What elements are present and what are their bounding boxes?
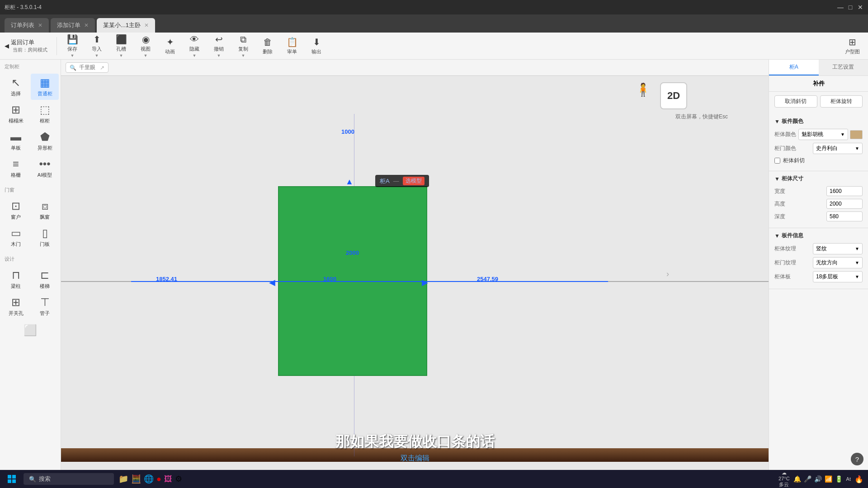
tab-orders[interactable]: 订单列表 ✕ [5,18,49,33]
sidebar-item-extra[interactable]: ⬜ [0,321,61,339]
board-select[interactable]: 18多层板 ▼ [813,271,863,282]
2d-view-button[interactable]: 2D [660,82,687,109]
battery-icon[interactable]: 🔋 [835,475,843,483]
volume-icon[interactable]: 🔊 [814,475,822,483]
copy-button[interactable]: ⧉ 复制 ▼ [232,33,254,60]
dim-right-label: 2547.59 [477,276,498,282]
taskbar-photo-icon[interactable]: 🖼 [164,474,172,484]
cabinet-color-select[interactable]: 魅影胡桃 ▼ [798,129,848,140]
person-icon[interactable]: 🧍 [635,82,651,97]
sidebar-item-normal-cabinet[interactable]: ▦ 普通柜 [31,74,59,100]
anim-button[interactable]: ✦ 动画 [159,35,181,57]
review-button[interactable]: 📋 审单 [281,35,303,57]
maximize-button[interactable]: □ [847,4,854,10]
taskbar-calc-icon[interactable]: 🧮 [131,474,141,484]
cancel-cut-button[interactable]: 取消斜切 [774,95,817,108]
search-label: 千里眼 [79,64,95,71]
width-input[interactable] [826,186,863,196]
windowdoor-icon: ⊡ [11,200,20,212]
tab-room[interactable]: 某某小...1主卧 ✕ [97,18,155,33]
sidebar-item-grid[interactable]: ≡ 格栅 [2,155,30,181]
sidebar-item-ai-model[interactable]: ••• AI模型 [31,155,59,181]
view-button[interactable]: ◉ 视图 ▼ [135,32,156,60]
help-icon[interactable]: ? [851,453,863,465]
floorplan-button[interactable]: ⊞ 户型图 [841,35,863,57]
delete-button[interactable]: 🗑 删除 [257,35,278,57]
taskbar-app-icon[interactable]: ⚙ [175,474,182,484]
depth-input[interactable] [826,211,863,221]
review-icon: 📋 [287,37,298,47]
arrow-up-handle[interactable]: ▲ [345,177,354,187]
door-chevron-icon: ▼ [855,146,859,151]
door-texture-select[interactable]: 无纹方向 ▼ [813,257,863,268]
taskbar-explorer-icon[interactable]: 📁 [118,474,128,484]
dim-left-label: 1852.41 [156,276,177,282]
save-button[interactable]: 💾 保存 ▼ [61,32,83,60]
sidebar-ai-model-label: AI模型 [38,172,52,178]
sidebar-item-frame[interactable]: ⬚ 框柜 [31,101,59,127]
sidebar-item-hole-open[interactable]: ⊞ 开关孔 [2,293,30,319]
minimize-button[interactable]: — [837,4,844,10]
tab-craft-settings[interactable]: 工艺设置 [819,60,868,75]
sidebar-item-odd-cabinet[interactable]: ⬟ 异形柜 [31,128,59,154]
right-dim-line [427,281,608,282]
copy-arrow-icon: ▼ [241,53,245,58]
cabinet-color-swatch[interactable] [850,130,863,139]
board-chevron-icon: ▼ [855,274,859,279]
close-button[interactable]: ✕ [857,4,863,10]
cabinet-icon: ▦ [40,76,50,89]
sidebar-item-stairs[interactable]: ⊏ 楼梯 [31,266,59,292]
sidebar-item-tatami[interactable]: ⊞ 榻榻米 [2,101,30,127]
undo-button[interactable]: ↩ 撤销 ▼ [208,32,230,60]
canvas-area[interactable]: 🔍 千里眼 ↗ 🧍 2D 双击屏幕，快捷键Esc 1000 柜A — [61,60,769,488]
taskbar-red-icon[interactable]: ● [156,474,161,484]
door-color-select[interactable]: 史丹利白 ▼ [813,143,863,154]
start-button[interactable] [5,472,19,486]
tab-room-close[interactable]: ✕ [144,22,149,28]
slope-checkbox-row[interactable]: 柜体斜切 [774,157,805,164]
board-label: 柜体板 [774,273,791,281]
width-label: 宽度 [774,188,785,195]
weather-widget: ☁ 27°C 多云 [778,470,790,488]
weather-icon: ☁ [778,470,790,476]
door-texture-value: 无纹方向 [816,259,838,267]
sidebar-item-single-board[interactable]: ▬ 单板 [2,128,30,154]
sidebar-single-board-label: 单板 [11,145,21,151]
rotate-button[interactable]: 柜体旋转 [820,95,863,108]
size-section: ▼ 柜体尺寸 宽度 高度 深度 [769,171,868,228]
sidebar-design-label: 设计 [0,252,61,264]
slope-checkbox[interactable] [774,158,780,164]
height-input[interactable] [826,199,863,209]
sidebar-item-sliding-door[interactable]: ⧈ 飘窗 [31,197,59,223]
tab-add-order[interactable]: 添加订单 ✕ [51,18,95,33]
arrow-left-handle[interactable]: ◀ [269,277,275,287]
svg-rect-0 [8,475,11,479]
tab-cabinet-a[interactable]: 柜A [769,60,819,75]
hole-button[interactable]: ⬛ 孔槽 ▼ [110,32,132,60]
arrow-right-handle[interactable]: ▶ [422,277,428,287]
mic-icon[interactable]: 🎤 [804,475,811,483]
network-icon[interactable]: 📶 [825,475,832,483]
cabinet-color-row: 柜体颜色 魅影胡桃 ▼ [774,129,863,140]
taskbar-search[interactable]: 🔍 搜索 [24,473,114,485]
hide-button[interactable]: 👁 隐藏 ▼ [184,33,205,60]
tab-orders-close[interactable]: ✕ [38,22,42,28]
toolbar: ◀ 返回订单 当前：房间模式 💾 保存 ▼ ⬆ 导入 ▼ ⬛ 孔槽 ▼ ◉ 视图… [0,33,868,60]
mode-button[interactable]: 选模型 [403,177,425,185]
search-box[interactable]: 🔍 千里眼 ↗ [66,62,108,73]
notification-icon[interactable]: 🔔 [793,475,801,483]
output-button[interactable]: ⬇ 输出 [306,35,327,57]
taskbar-chrome-icon[interactable]: 🌐 [144,474,154,484]
color-section-title: ▼ 板件颜色 [774,117,863,125]
cabinet-texture-select[interactable]: 竖纹 ▼ [813,243,863,254]
sidebar-item-pipe[interactable]: ⊤ 管子 [31,293,59,319]
sidebar-item-wooden-door[interactable]: ▭ 木门 [2,224,30,250]
scroll-right-arrow[interactable]: › [666,269,669,279]
tab-add-order-close[interactable]: ✕ [84,22,89,28]
back-button[interactable]: ◀ 返回订单 当前：房间模式 [5,38,47,53]
sidebar-item-window-door[interactable]: ⊡ 窗户 [2,197,30,223]
sidebar-item-select[interactable]: ↖ 选择 [2,74,30,100]
import-button[interactable]: ⬆ 导入 ▼ [86,32,108,60]
sidebar-item-beam[interactable]: ⊓ 梁柱 [2,266,30,292]
sidebar-item-door[interactable]: ▯ 门板 [31,224,59,250]
